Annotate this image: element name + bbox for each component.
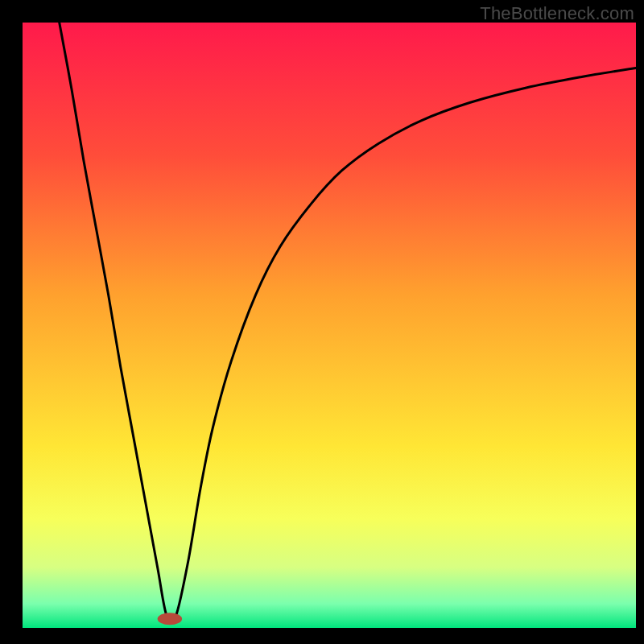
watermark-text: TheBottleneck.com [480, 3, 634, 24]
chart-frame: TheBottleneck.com [0, 0, 644, 644]
min-point-marker [158, 613, 182, 625]
bottleneck-chart [0, 0, 644, 644]
